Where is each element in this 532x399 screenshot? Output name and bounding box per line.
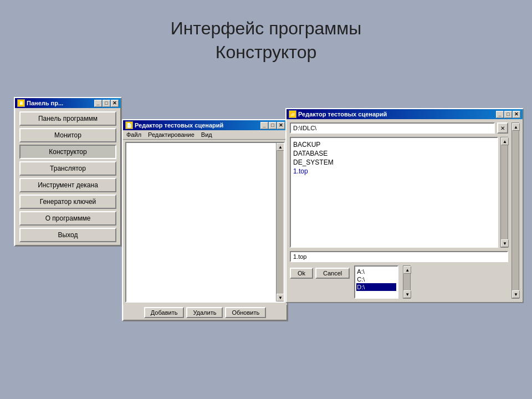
editor-maximize-btn[interactable]: □ — [269, 122, 277, 129]
editor-body: ▲ ▼ — [123, 140, 287, 305]
panel-title-text: Панель пр... — [27, 100, 63, 106]
menu-edit[interactable]: Редактирование — [147, 131, 196, 138]
panel-icon: 🖥 — [17, 99, 25, 107]
filename-input[interactable] — [290, 251, 508, 262]
file-maximize-btn[interactable]: □ — [504, 111, 512, 118]
file-item-backup[interactable]: BACKUP — [293, 140, 495, 149]
drive-scrollbar: ▲ ▼ — [403, 265, 411, 299]
editor-win-controls: _ □ ✕ — [260, 122, 285, 129]
file-dialog-body: ✕ BACKUP DATABASE DE_SYSTEM 1.top ▲ ▼ — [287, 119, 523, 302]
path-input[interactable] — [290, 122, 495, 134]
outer-scroll-track — [512, 131, 519, 290]
btn-exit[interactable]: Выход — [19, 228, 116, 242]
editor-minimize-btn[interactable]: _ — [260, 122, 268, 129]
outer-scrollbar: ▲ ▼ — [511, 122, 519, 299]
drive-scroll-down[interactable]: ▼ — [403, 290, 411, 298]
editor-footer: Добавить Удалить Обновить — [123, 305, 287, 320]
file-dialog-bottom: Ok Cancel A:\ C:\ D:\ ▲ ▼ — [290, 265, 508, 299]
editor-icon: 📄 — [125, 121, 133, 129]
panel-programs-window: 🖥 Панель пр... _ □ ✕ Панель программм Мо… — [14, 97, 122, 247]
drive-c[interactable]: C:\ — [356, 275, 396, 283]
title-line1: Интерфейс программы — [0, 17, 532, 40]
btn-refresh[interactable]: Обновить — [225, 307, 266, 318]
path-close-btn[interactable]: ✕ — [497, 122, 508, 134]
editor-window: 📄 Редактор тестовых сценарий _ □ ✕ Файл … — [122, 119, 288, 321]
scroll-down-btn[interactable]: ▼ — [277, 294, 284, 301]
scroll-up-btn[interactable]: ▲ — [277, 143, 284, 151]
drive-a[interactable]: A:\ — [356, 268, 396, 275]
page-title: Интерфейс программы Конструктор — [0, 0, 532, 64]
filename-row — [290, 251, 508, 262]
drive-scroll-track — [403, 274, 410, 290]
file-item-desystem[interactable]: DE_SYSTEM — [293, 158, 495, 167]
editor-close-btn[interactable]: ✕ — [277, 122, 285, 129]
editor-scrollbar[interactable]: ▲ ▼ — [276, 143, 284, 301]
file-dialog-buttons: Ok Cancel — [290, 265, 350, 279]
file-scroll-up[interactable]: ▲ — [501, 137, 509, 145]
file-scroll-down[interactable]: ▼ — [501, 239, 509, 247]
btn-monitor[interactable]: Монитор — [19, 128, 116, 142]
file-dialog-win-controls: _ □ ✕ — [496, 111, 520, 118]
file-item-1top[interactable]: 1.top — [293, 167, 495, 176]
menu-file[interactable]: Файл — [125, 131, 142, 138]
drive-scroll-up[interactable]: ▲ — [403, 266, 411, 274]
panel-win-controls: _ □ ✕ — [94, 100, 119, 107]
cancel-btn[interactable]: Cancel — [315, 268, 350, 279]
editor-title-text: Редактор тестовых сценарий — [135, 122, 223, 129]
scroll-track — [277, 151, 283, 294]
file-list-scrollbar: ▲ ▼ — [500, 137, 508, 248]
minimize-btn[interactable]: _ — [94, 100, 102, 107]
outer-scroll-up[interactable]: ▲ — [512, 123, 520, 131]
file-dialog-main: ✕ BACKUP DATABASE DE_SYSTEM 1.top ▲ ▼ — [290, 122, 508, 299]
btn-konstruktor[interactable]: Конструктор — [19, 145, 116, 159]
menu-view[interactable]: Вид — [200, 131, 213, 138]
btn-instrument-dekana[interactable]: Инструмент декана — [19, 178, 116, 192]
btn-panel-programm[interactable]: Панель программм — [19, 111, 116, 126]
outer-scroll-down[interactable]: ▼ — [512, 290, 520, 298]
btn-translator[interactable]: Транслятор — [19, 161, 116, 176]
file-scroll-track — [501, 145, 508, 239]
btn-generator[interactable]: Генератор ключей — [19, 195, 116, 209]
file-list-area: BACKUP DATABASE DE_SYSTEM 1.top ▲ ▼ — [290, 137, 508, 248]
ok-btn[interactable]: Ok — [290, 268, 313, 279]
maximize-btn[interactable]: □ — [103, 100, 110, 107]
editor-titlebar: 📄 Редактор тестовых сценарий _ □ ✕ — [123, 120, 287, 130]
file-list-wrapper: BACKUP DATABASE DE_SYSTEM 1.top — [290, 137, 498, 248]
panel-titlebar: 🖥 Панель пр... _ □ ✕ — [15, 98, 121, 108]
btn-about[interactable]: О программме — [19, 211, 116, 226]
drive-list[interactable]: A:\ C:\ D:\ — [354, 265, 398, 299]
panel-content: Панель программм Монитор Конструктор Тра… — [15, 108, 121, 245]
file-dialog-titlebar: 📁 Редактор тестовых сценарий _ □ ✕ — [287, 109, 523, 119]
file-close-btn[interactable]: ✕ — [513, 111, 520, 118]
path-bar: ✕ — [290, 122, 508, 134]
file-item-database[interactable]: DATABASE — [293, 149, 495, 158]
title-line2: Конструктор — [0, 40, 532, 64]
btn-add[interactable]: Добавить — [144, 307, 185, 318]
btn-delete[interactable]: Удалить — [186, 307, 223, 318]
editor-textbox[interactable]: ▲ ▼ — [125, 142, 285, 303]
file-dialog-icon: 📁 — [289, 110, 296, 118]
editor-menubar: Файл Редактирование Вид — [123, 130, 287, 140]
file-list[interactable]: BACKUP DATABASE DE_SYSTEM 1.top — [290, 137, 498, 248]
drive-d[interactable]: D:\ — [356, 283, 396, 291]
file-dialog-window: 📁 Редактор тестовых сценарий _ □ ✕ ✕ BAC… — [285, 108, 524, 303]
file-minimize-btn[interactable]: _ — [496, 111, 504, 118]
close-btn[interactable]: ✕ — [111, 100, 119, 107]
drive-area: A:\ C:\ D:\ — [354, 265, 398, 299]
file-dialog-title-text: Редактор тестовых сценарий — [298, 111, 387, 117]
